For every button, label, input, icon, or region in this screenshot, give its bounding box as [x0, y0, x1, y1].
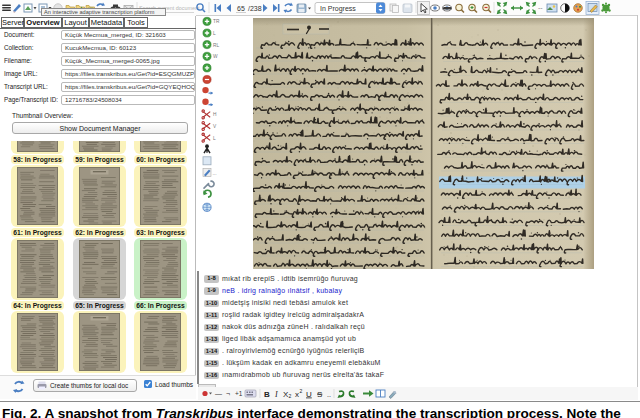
- svg-text:V: V: [213, 124, 217, 129]
- svg-text:U: U: [306, 390, 312, 399]
- svg-text:I: I: [274, 390, 278, 399]
- svg-text:+1: +1: [235, 390, 243, 397]
- svg-text:TR: TR: [213, 19, 220, 24]
- svg-text:65: 65: [237, 5, 245, 12]
- svg-text:S: S: [317, 390, 322, 399]
- svg-text:...: ...: [213, 171, 217, 176]
- svg-text:L: L: [213, 136, 216, 141]
- svg-text:/238: /238: [248, 5, 262, 12]
- svg-text:¬: ¬: [226, 390, 230, 397]
- svg-text:H: H: [213, 112, 217, 117]
- svg-text:L: L: [213, 31, 216, 36]
- svg-text:—: —: [215, 390, 222, 397]
- svg-text:2: 2: [289, 393, 292, 399]
- svg-text:In Progress: In Progress: [320, 5, 356, 13]
- svg-text:x: x: [295, 390, 299, 399]
- svg-text:2: 2: [300, 388, 303, 394]
- svg-text:B: B: [264, 390, 270, 399]
- svg-text:RL: RL: [213, 43, 219, 48]
- svg-text:W: W: [213, 54, 218, 59]
- svg-text:--: --: [538, 4, 543, 11]
- svg-text:..: ..: [327, 391, 331, 398]
